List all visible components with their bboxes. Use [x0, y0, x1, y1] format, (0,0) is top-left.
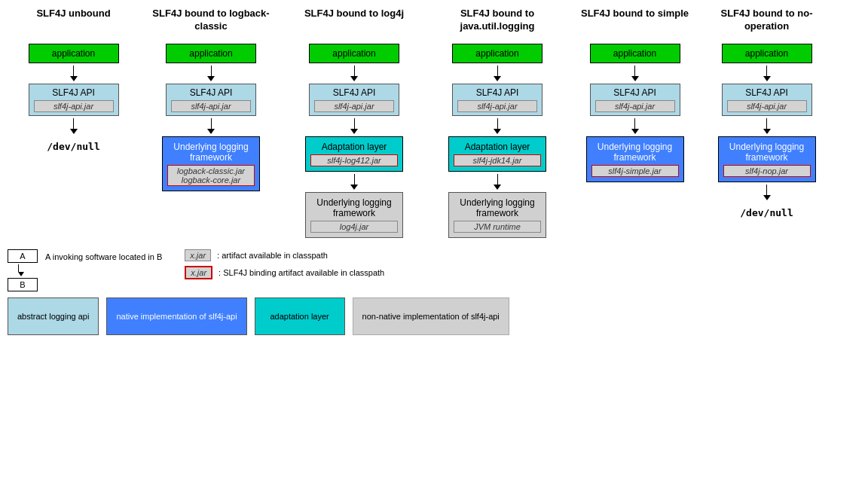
col2-jar1: logback-classic.jarlogback-core.jar: [167, 165, 255, 186]
col5-jar: slf4j-simple.jar: [591, 165, 679, 177]
col6-devnull: /dev/null: [740, 207, 793, 218]
col6: SLF4J bound to no-operation application …: [701, 8, 833, 223]
legend-artifact-binding-desc: : SLF4J binding artifact available in cl…: [219, 268, 384, 277]
col4-title: SLF4J bound to java.util.logging: [426, 8, 569, 38]
col4-adapt-jar: slf4j-jdk14.jar: [454, 154, 541, 166]
col3-gray: Underlying logging framework log4j.jar: [305, 192, 403, 238]
legend-artifact-normal: x.jar : artifact available in classpath: [185, 249, 384, 261]
col3: SLF4J bound to log4j application SLF4J A…: [283, 8, 426, 238]
col6-arrow2: [763, 118, 771, 134]
col4-arrow1: [494, 66, 501, 81]
col4-api: SLF4J API slf4j-api.jar: [452, 84, 542, 116]
col6-title: SLF4J bound to no-operation: [701, 8, 833, 38]
col4-api-jar: slf4j-api.jar: [457, 100, 537, 112]
col6-api: SLF4J API slf4j-api.jar: [722, 84, 812, 116]
col4-adapt: Adaptation layer slf4j-jdk14.jar: [448, 136, 546, 172]
legend-a-box: A: [8, 249, 38, 263]
col2-api: SLF4J API slf4j-api.jar: [166, 84, 256, 116]
col5-arrow2: [631, 118, 639, 134]
col3-arrow1: [350, 66, 358, 81]
clr-legend-abstract: abstract logging api: [8, 297, 99, 335]
col5-api-jar: slf4j-api.jar: [595, 100, 675, 112]
col3-adapt-jar: slf4j-log412.jar: [310, 154, 398, 166]
color-legend: abstract logging api native implementati…: [8, 297, 860, 335]
clr-legend-nonnative: non-native implementation of slf4j-api: [353, 297, 509, 335]
col5-app: application: [590, 44, 680, 63]
col1-arrow1: [70, 66, 78, 81]
col4: SLF4J bound to java.util.logging applica…: [426, 8, 569, 238]
col4-arrow3: [494, 174, 501, 190]
col5: SLF4J bound to simple application SLF4J …: [569, 8, 701, 182]
col6-arrow3: [763, 185, 771, 200]
col2-app: application: [166, 44, 256, 63]
col2-arrow2: [207, 118, 215, 134]
clr-legend-native: native implementation of slf4j-api: [106, 297, 246, 335]
col6-underlying: Underlying logging framework slf4j-nop.j…: [718, 136, 816, 182]
col3-app: application: [309, 44, 399, 63]
col1-api: SLF4J API slf4j-api.jar: [29, 84, 119, 116]
col3-api-jar: slf4j-api.jar: [314, 100, 394, 112]
legend-b-box: B: [8, 278, 38, 291]
col5-title: SLF4J bound to simple: [581, 8, 689, 38]
col2-underlying: Underlying logging framework logback-cla…: [162, 136, 260, 191]
legend-invoking-text: A invoking software located in B: [45, 249, 162, 261]
col1-devnull: /dev/null: [47, 141, 99, 152]
col4-arrow2: [494, 118, 501, 134]
col4-app: application: [452, 44, 542, 63]
col1-arrow2: [70, 118, 78, 134]
clr-legend-adapt: adaptation layer: [255, 297, 345, 335]
col4-gray-jar: JVM runtime: [454, 221, 541, 233]
col1-api-jar: slf4j-api.jar: [34, 100, 114, 112]
col2: SLF4J bound to logback-classic applicati…: [139, 8, 283, 191]
legend-artifact-normal-label: x.jar: [185, 249, 211, 261]
col3-arrow2: [350, 118, 358, 134]
col6-jar: slf4j-nop.jar: [723, 165, 811, 177]
col4-gray: Underlying logging framework JVM runtime: [448, 192, 546, 238]
col1-title: SLF4J unbound: [36, 8, 110, 38]
legend-artifact-normal-desc: : artifact available in classpath: [217, 251, 328, 260]
col6-api-jar: slf4j-api.jar: [727, 100, 807, 112]
legend-artifacts: x.jar : artifact available in classpath …: [185, 249, 384, 279]
col5-arrow1: [631, 66, 639, 81]
col2-arrow1: [207, 66, 215, 81]
col3-adapt: Adaptation layer slf4j-log412.jar: [305, 136, 403, 172]
legend-artifact-binding-label: x.jar: [185, 266, 212, 279]
legend-arrow-small: [8, 264, 24, 276]
col2-title: SLF4J bound to logback-classic: [139, 8, 283, 38]
main-container: SLF4J unbound application SLF4J API slf4…: [0, 0, 868, 343]
col5-underlying: Underlying logging framework slf4j-simpl…: [586, 136, 684, 182]
col6-arrow1: [763, 66, 771, 81]
col1: SLF4J unbound application SLF4J API slf4…: [8, 8, 139, 157]
col3-title: SLF4J bound to log4j: [304, 8, 404, 38]
legend-invoking: A B A invoking software located in B: [8, 249, 162, 291]
col1-app: application: [29, 44, 119, 63]
col2-api-jar: slf4j-api.jar: [171, 100, 251, 112]
legend-artifact-binding: x.jar : SLF4J binding artifact available…: [185, 266, 384, 279]
col3-arrow3: [350, 174, 358, 190]
col5-api: SLF4J API slf4j-api.jar: [590, 84, 680, 116]
col3-api: SLF4J API slf4j-api.jar: [309, 84, 399, 116]
col6-app: application: [722, 44, 812, 63]
diagram-area: SLF4J unbound application SLF4J API slf4…: [8, 8, 860, 238]
col3-gray-jar: log4j.jar: [310, 221, 398, 233]
